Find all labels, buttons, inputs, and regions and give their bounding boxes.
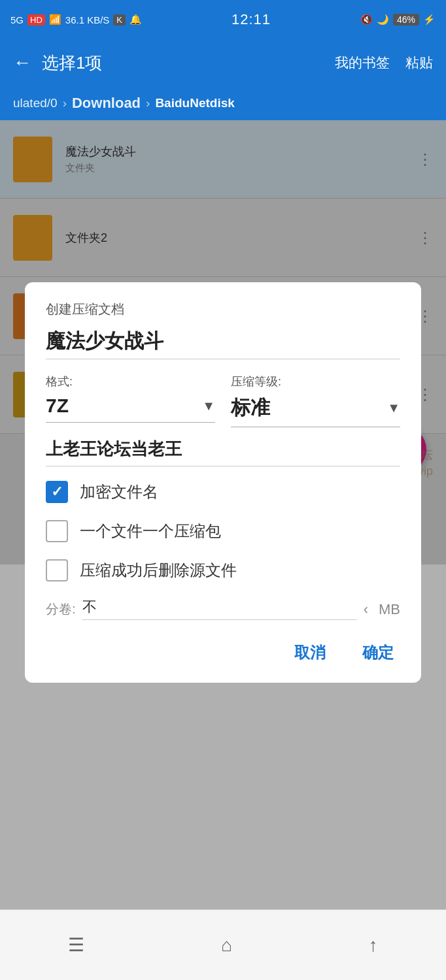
split-row: 分卷: ‹ MB (46, 598, 400, 620)
breadcrumb: ulated/0 › Download › BaiduNetdisk (0, 86, 446, 120)
breadcrumb-sep2: › (146, 96, 150, 110)
moon-icon: 🌙 (377, 14, 389, 25)
dialog-buttons: 取消 确定 (46, 638, 400, 667)
action-bar-right: 我的书签 粘贴 (335, 54, 433, 72)
level-col: 压缩等级: 标准 ▼ (231, 374, 400, 427)
password-input[interactable] (46, 439, 400, 466)
delete-source-checkbox[interactable] (46, 559, 68, 581)
one-file-checkbox[interactable] (46, 520, 68, 542)
nav-menu[interactable]: ☰ (68, 934, 84, 956)
menu-icon: ☰ (68, 934, 84, 956)
breadcrumb-sep1: › (63, 96, 67, 110)
speed-text: 36.1 KB/S (65, 14, 110, 25)
breadcrumb-current: BaiduNetdisk (155, 96, 234, 110)
breadcrumb-download[interactable]: Download (72, 95, 141, 112)
one-file-label: 一个文件一个压缩包 (80, 521, 221, 542)
mute-icon: 🔇 (360, 14, 373, 25)
level-arrow-icon: ▼ (387, 400, 400, 416)
share-icon: ↑ (369, 935, 378, 956)
charge-icon: ⚡ (423, 14, 436, 25)
signal-icon: 5G (10, 14, 24, 25)
status-bar-left: 5G HD 📶 36.1 KB/S K 🔔 (10, 14, 142, 25)
bell-icon: 🔔 (129, 14, 142, 25)
page-title: 选择1项 (42, 52, 102, 74)
format-arrow-icon: ▼ (202, 399, 215, 414)
format-select[interactable]: 7Z ▼ (46, 395, 215, 423)
nav-share[interactable]: ↑ (369, 935, 378, 956)
one-file-row: 一个文件一个压缩包 (46, 520, 400, 542)
back-button[interactable]: ← (13, 52, 31, 73)
format-row: 格式: 7Z ▼ 压缩等级: 标准 ▼ (46, 374, 400, 427)
breadcrumb-part1: ulated/0 (13, 96, 58, 110)
level-label: 压缩等级: (231, 374, 400, 389)
split-input[interactable] (82, 598, 357, 620)
dialog-title: 创建压缩文档 (46, 301, 400, 318)
create-archive-dialog: 创建压缩文档 格式: 7Z ▼ 压缩等级: 标准 ▼ 加密文件名 (25, 282, 421, 683)
split-arrow-icon[interactable]: ‹ (364, 601, 368, 618)
nav-home[interactable]: ⌂ (221, 935, 232, 956)
encrypt-filename-row: 加密文件名 (46, 481, 400, 503)
status-bar-right: 🔇 🌙 46% ⚡ (360, 14, 436, 25)
split-label: 分卷: (46, 600, 76, 618)
encrypt-filename-checkbox[interactable] (46, 481, 68, 503)
home-icon: ⌂ (221, 935, 232, 956)
delete-source-row: 压缩成功后删除源文件 (46, 559, 400, 581)
file-list: 魔法少女战斗 文件夹 ⋮ 文件夹2 ⋮ 文件夹3 ⋮ 文件夹4 ⋮ 创建压缩文档… (0, 120, 446, 564)
split-unit-label: MB (379, 601, 400, 618)
k-icon: K (113, 14, 126, 25)
format-label: 格式: (46, 374, 215, 389)
delete-source-label: 压缩成功后删除源文件 (80, 560, 237, 581)
filename-input[interactable] (46, 330, 400, 359)
cancel-button[interactable]: 取消 (288, 638, 332, 667)
status-bar-time: 12:11 (232, 11, 271, 28)
level-value: 标准 (231, 395, 270, 421)
bookmark-button[interactable]: 我的书签 (335, 54, 390, 72)
hd-icon: HD (27, 14, 45, 25)
battery-text: 46% (393, 14, 419, 25)
encrypt-filename-label: 加密文件名 (80, 482, 158, 502)
action-bar-left: ← 选择1项 (13, 52, 102, 74)
wifi-icon: 📶 (49, 14, 61, 25)
action-bar: ← 选择1项 我的书签 粘贴 (0, 39, 446, 86)
bottom-nav: ☰ ⌂ ↑ (0, 909, 446, 980)
level-select[interactable]: 标准 ▼ (231, 395, 400, 427)
format-value: 7Z (46, 395, 69, 417)
format-col: 格式: 7Z ▼ (46, 374, 215, 427)
confirm-button[interactable]: 确定 (356, 638, 400, 667)
status-bar: 5G HD 📶 36.1 KB/S K 🔔 12:11 🔇 🌙 46% ⚡ (0, 0, 446, 39)
paste-button[interactable]: 粘贴 (405, 54, 433, 72)
